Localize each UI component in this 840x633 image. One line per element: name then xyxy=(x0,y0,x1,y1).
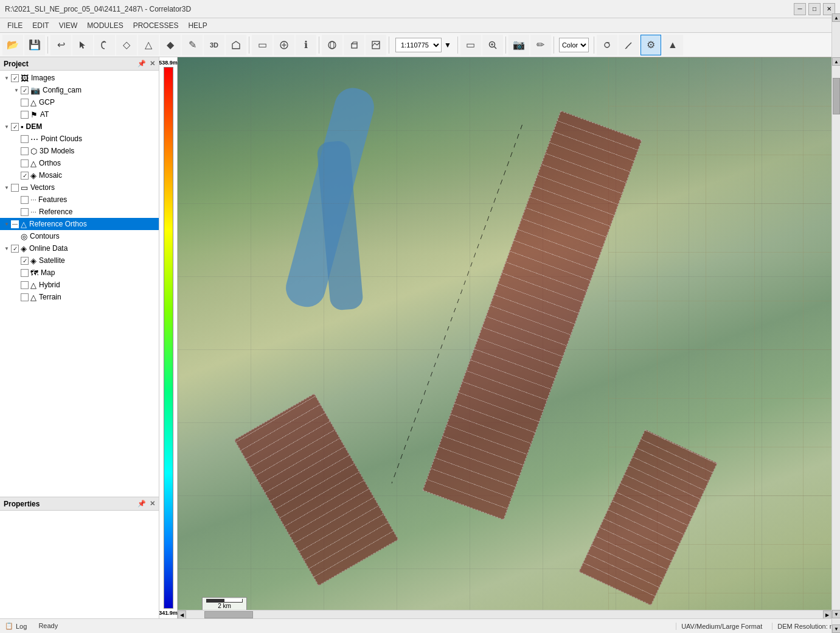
open-button[interactable]: 📂 xyxy=(2,35,23,55)
check-orthos[interactable] xyxy=(21,159,29,167)
tree-item-vectors[interactable]: ▼ ▭ Vectors xyxy=(0,181,159,194)
map-viewport[interactable]: 538.9m 341.9m xyxy=(159,57,840,618)
menu-help[interactable]: HELP xyxy=(183,20,212,31)
color-selector[interactable]: Color xyxy=(557,38,591,52)
log-icon[interactable]: 📋 xyxy=(5,622,13,630)
check-map[interactable] xyxy=(21,269,29,277)
measure-tool[interactable] xyxy=(274,35,294,55)
map-scroll-up[interactable]: ▲ xyxy=(832,57,840,66)
triangle-tool[interactable]: △ xyxy=(138,35,159,55)
map-scroll-down[interactable]: ▼ xyxy=(832,610,840,618)
map-canvas[interactable]: 2 km xyxy=(178,57,840,618)
expand-vectors[interactable]: ▼ xyxy=(2,185,11,191)
plane-tool[interactable]: ◇ xyxy=(116,35,137,55)
menu-modules[interactable]: MODULES xyxy=(82,20,128,31)
map-vscrollbar[interactable]: ▲ ▼ xyxy=(831,57,840,618)
eyedropper-tool[interactable] xyxy=(619,35,639,55)
3d-box-tool[interactable] xyxy=(344,35,364,55)
settings-tool[interactable]: ⚙ xyxy=(640,35,661,55)
check-hybrid[interactable] xyxy=(21,281,29,289)
tree-item-3d-models[interactable]: ▶ ⬡ 3D Models xyxy=(0,145,159,157)
undo-button[interactable]: ↩ xyxy=(50,35,71,55)
scale-dropdown[interactable]: 1:110775 xyxy=(395,38,442,52)
color-dropdown[interactable]: Color xyxy=(559,38,589,52)
expand-images[interactable]: ▼ xyxy=(2,75,11,81)
tree-item-gcp[interactable]: ▶ △ GCP xyxy=(0,96,159,108)
check-features[interactable] xyxy=(21,196,29,204)
tree-item-config-cam[interactable]: ▼ 📷 Config_cam xyxy=(0,84,159,96)
tree-item-features[interactable]: ▶ ⋯ Features xyxy=(0,194,159,206)
tree-item-dem[interactable]: ▼ ▪ DEM xyxy=(0,121,159,133)
props-pin-icon[interactable]: 📌 xyxy=(137,500,146,508)
tree-item-mosaic[interactable]: ▶ ◈ Mosaic xyxy=(0,169,159,181)
check-vectors[interactable] xyxy=(11,184,19,192)
close-panel-icon[interactable]: ✕ xyxy=(150,60,155,68)
check-config[interactable] xyxy=(21,86,29,94)
zoom-tool[interactable] xyxy=(482,35,503,55)
menu-processes[interactable]: PROCESSES xyxy=(128,20,184,31)
expand-dem[interactable]: ▼ xyxy=(2,124,11,130)
menu-edit[interactable]: EDIT xyxy=(27,20,54,31)
3d-tool[interactable]: 3D xyxy=(204,35,224,55)
tree-item-hybrid[interactable]: ▶ △ Hybrid xyxy=(0,279,159,291)
tree-item-orthos[interactable]: ▶ △ Orthos xyxy=(0,157,159,169)
expand-ref-orthos[interactable]: ▼ xyxy=(2,222,11,227)
map-scroll-right[interactable]: ▶ xyxy=(823,610,831,618)
check-ref-orthos[interactable] xyxy=(11,220,19,228)
map-htrack[interactable] xyxy=(186,610,823,618)
tree-item-online-data[interactable]: ▼ ◈ Online Data xyxy=(0,242,159,254)
layers-tool[interactable] xyxy=(597,35,617,55)
maximize-button[interactable]: □ xyxy=(808,3,821,15)
expand-config[interactable]: ▼ xyxy=(12,88,21,93)
building-tool[interactable] xyxy=(226,35,246,55)
menu-view[interactable]: VIEW xyxy=(54,20,83,31)
tree-item-point-clouds[interactable]: ▶ ⋯ Point Clouds xyxy=(0,133,159,145)
globe-tool[interactable] xyxy=(322,35,342,55)
check-images[interactable] xyxy=(11,74,19,82)
map-hthumb[interactable] xyxy=(204,611,253,618)
check-at[interactable] xyxy=(21,111,29,119)
map-vtrack[interactable] xyxy=(832,66,840,610)
photo-tool[interactable]: 📷 xyxy=(509,35,529,55)
tree-item-images[interactable]: ▼ 🖼 Images xyxy=(0,72,159,84)
frame-tool[interactable]: ▭ xyxy=(460,35,481,55)
check-satellite[interactable] xyxy=(21,257,29,265)
cursor-tool[interactable] xyxy=(72,35,93,55)
map-scroll-left[interactable]: ◀ xyxy=(178,610,186,618)
pencil-tool[interactable]: ✏ xyxy=(530,35,551,55)
info-tool[interactable]: ℹ xyxy=(296,35,316,55)
tree-item-at[interactable]: ▶ ⚑ AT xyxy=(0,108,159,121)
3d-terrain-tool[interactable] xyxy=(366,35,386,55)
tree-item-satellite[interactable]: ▶ ◈ Satellite xyxy=(0,254,159,267)
tree-item-contours[interactable]: ▶ ◎ Contours xyxy=(0,230,159,242)
tree-item-reference[interactable]: ▶ ⋯ Reference xyxy=(0,206,159,218)
check-pc[interactable] xyxy=(21,135,29,143)
edit-tool[interactable]: ✎ xyxy=(182,35,203,55)
check-3dm[interactable] xyxy=(21,147,29,155)
expand-online[interactable]: ▼ xyxy=(2,246,11,251)
pin-icon[interactable]: 📌 xyxy=(137,60,146,68)
log-label[interactable]: Log xyxy=(16,623,27,630)
check-terrain[interactable] xyxy=(21,293,29,301)
diamond-tool[interactable]: ◆ xyxy=(160,35,181,55)
toolbar-separator-3 xyxy=(319,37,319,54)
check-online[interactable] xyxy=(11,245,19,253)
expand-hybrid: ▶ xyxy=(12,282,21,288)
flag-tool[interactable]: ▲ xyxy=(662,35,683,55)
menu-file[interactable]: FILE xyxy=(2,20,27,31)
map-hscrollbar[interactable]: ◀ ▶ xyxy=(178,610,831,618)
scale-selector[interactable]: 1:110775 ▼ xyxy=(392,38,455,52)
save-button[interactable]: 💾 xyxy=(24,35,45,55)
props-close-icon[interactable]: ✕ xyxy=(150,500,155,508)
minimize-button[interactable]: ─ xyxy=(794,3,806,15)
check-gcp[interactable] xyxy=(21,99,29,107)
rotate-tool[interactable] xyxy=(94,35,115,55)
check-dem[interactable] xyxy=(11,123,19,131)
rectangle-tool[interactable]: ▭ xyxy=(252,35,272,55)
check-reference[interactable] xyxy=(21,208,29,216)
check-mosaic[interactable] xyxy=(21,172,29,180)
tree-item-map[interactable]: ▶ 🗺 Map xyxy=(0,267,159,279)
tree-item-terrain[interactable]: ▶ △ Terrain xyxy=(0,291,159,303)
map-vthumb[interactable] xyxy=(833,78,840,114)
tree-item-reference-orthos[interactable]: ▼ △ Reference Orthos xyxy=(0,218,159,230)
